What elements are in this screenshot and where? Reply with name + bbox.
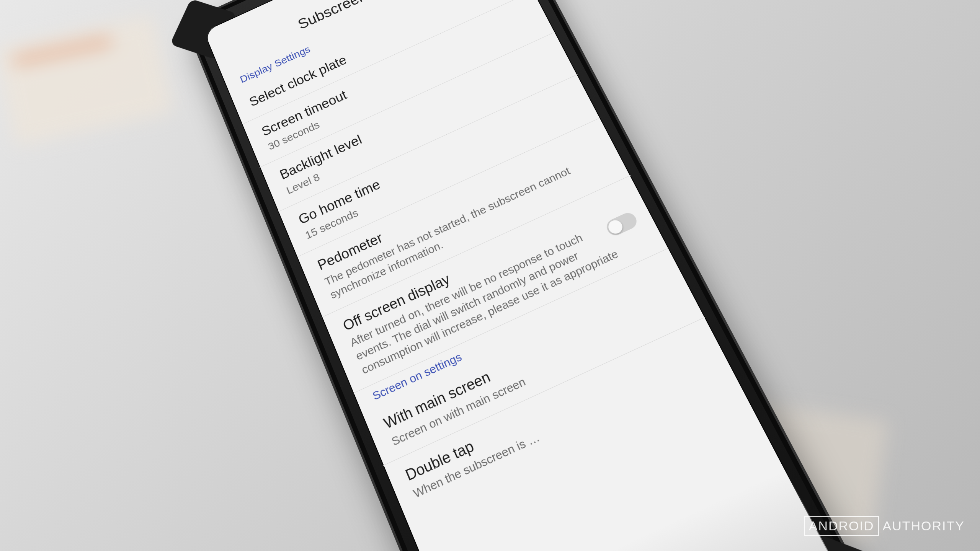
settings-content: Subscreen Settings Display Settings Sele… xyxy=(211,0,840,551)
phone-screen: Subscreen Settings Display Settings Sele… xyxy=(203,0,840,551)
phone: Subscreen Settings Display Settings Sele… xyxy=(184,0,867,551)
watermark: ANDROID AUTHORITY xyxy=(804,516,965,536)
phone-body: Subscreen Settings Display Settings Sele… xyxy=(184,0,867,551)
watermark-boxed: ANDROID xyxy=(804,516,879,536)
watermark-text: AUTHORITY xyxy=(883,518,965,533)
